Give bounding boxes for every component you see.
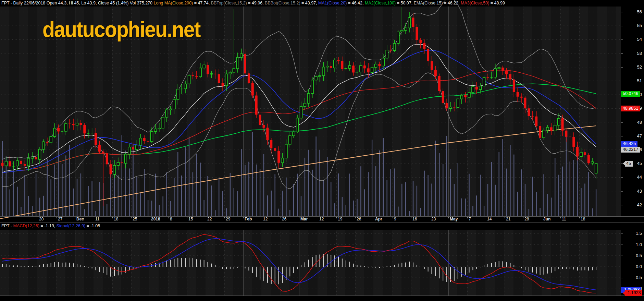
macd-axis-label: 1.5 [623,231,642,236]
macd-header-segment: FPT - [1,224,13,228]
left-arrow-icon [623,291,625,295]
ema15-badge: 46.2217 [621,147,640,153]
bottom-strip [0,296,644,301]
last-price-badge: 45 [625,161,633,167]
price-header-segment: = 47.74, [193,1,211,5]
price-header-segment: MA3(Close,50) [461,1,489,5]
macd-axis-label: 0.0 [623,264,642,269]
macd-axis-label: 0.5 [623,253,642,258]
price-header-segment: MA1(Close,20) [318,1,347,5]
macd-axis-label: 1.0 [623,242,642,247]
price-axis-label: 51 [623,78,642,83]
date-label: 26 [282,217,286,221]
month-label: 2018 [151,217,160,221]
date-label: 23 [431,217,436,221]
month-label: Dec [76,217,84,221]
macd-header-segment: = -1.19, [39,224,57,228]
price-header-segment: = 46.42, [347,1,364,5]
price-axis-label: 54 [623,37,642,42]
price-header-segment: EMA(Close,15) [414,1,443,5]
price-header-segment: BBTop(Close,15,2) [211,1,247,5]
price-header-segment: = 46.22, [443,1,460,5]
macd-axis-label: -0.5 [623,275,642,280]
price-header-segment: MA2(Close,100) [365,1,396,5]
ma20-badge: 46.425 [621,141,637,147]
date-label: 28 [524,217,529,221]
price-axis-label: 56 [623,9,642,14]
price-header-segment: = 50.07, [396,1,413,5]
price-axis-label: 43 [623,189,642,194]
price-axis-label: 52 [623,64,642,70]
date-label: 19 [338,217,342,221]
ma50-badge: 48.9851 [621,106,640,111]
price-header-segment: FPT - Daily 22/06/2018 Open 44.3, Hi 45,… [1,1,154,5]
price-axis-label: 55 [623,23,642,28]
left-arrow-icon [623,161,625,166]
price-header-segment: Long MA(Close,200) [154,1,193,5]
date-label: 8 [170,217,172,221]
macd-header: FPT - MACD(12,26) = -1.19, Signal(12,26,… [0,222,644,230]
month-label: Jun [543,217,550,221]
date-label: 12 [263,217,268,221]
month-label: May [450,217,458,221]
date-label: 18 [114,217,118,221]
date-label: 9 [394,217,396,221]
date-label: 18 [581,217,585,221]
date-label: 20 [39,217,44,221]
date-label: 26 [357,217,361,221]
stock-chart-window: FPT - Daily 22/06/2018 Open 44.3, Hi 45,… [0,0,644,301]
macd-value-badge: -1.1923 [625,290,642,296]
macd-header-segment: MACD(12,26) [13,224,39,228]
macd-chart-area[interactable] [0,230,621,296]
date-label: 25 [133,217,137,221]
ma100-badge: 50.0746 [621,91,640,97]
price-axis-label: 42 [623,202,642,207]
month-label: Feb [245,217,252,221]
macd-header-segment: Signal(12,26,9) [57,224,86,228]
date-label: 7 [469,217,471,221]
date-label: 16 [412,217,417,221]
month-label: Mar [300,217,308,221]
date-label: 11 [562,217,566,221]
date-label: 12 [319,217,324,221]
price-header-segment: = 43.97, [300,1,318,5]
price-axis-label: 48 [623,120,642,125]
price-axis-label: 53 [623,51,642,56]
price-header: FPT - Daily 22/06/2018 Open 44.3, Hi 45,… [0,0,644,7]
price-header-segment: = 48.99 [489,1,505,5]
price-header-segment: = 49.06, [247,1,265,5]
month-label: Apr [375,217,382,221]
date-label: 15 [188,217,193,221]
price-header-segment: BBBot(Close,15,2) [265,1,300,5]
macd-header-segment: = -1.05 [85,224,100,228]
date-label: 21 [506,217,510,221]
date-label: 14 [487,217,492,221]
price-axis-label: 47 [623,133,642,139]
date-label: 29 [226,217,230,221]
date-label: 27 [58,217,62,221]
date-label: 22 [207,217,212,221]
price-axis-label: 44 [623,174,642,180]
watermark-logo: dautucophieu.net [42,16,200,42]
date-label: 11 [95,217,99,221]
